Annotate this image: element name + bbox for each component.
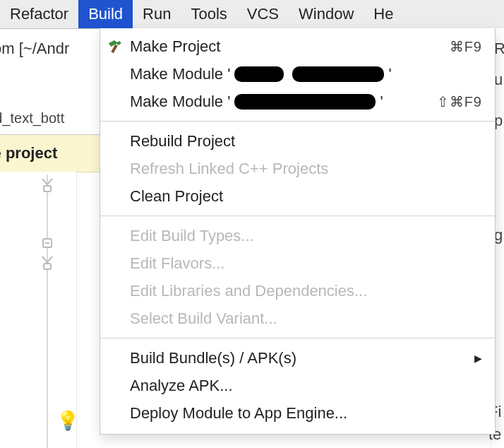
menu-item-label: Make Module ' '	[130, 65, 482, 83]
menu-refactor[interactable]: Refactor	[0, 0, 78, 28]
menu-build[interactable]: Build	[78, 0, 133, 28]
menu-separator	[100, 216, 495, 216]
menubar: Refactor Build Run Tools VCS Window He	[0, 0, 504, 29]
menu-item-label: Edit Libraries and Dependencies...	[130, 282, 482, 300]
menu-item-clean-project[interactable]: Clean Project	[100, 182, 495, 210]
menu-item-label: Analyze APK...	[130, 377, 482, 395]
menu-item-shortcut: ⌘F9	[450, 38, 482, 55]
menu-item-label: Edit Flavors...	[130, 254, 482, 273]
menu-item-select-variant: Select Build Variant...	[100, 305, 495, 332]
editor-tab-cropped[interactable]: und_text_bott	[0, 110, 64, 126]
menu-item-label: Deploy Module to App Engine...	[130, 404, 482, 423]
svg-rect-3	[44, 264, 51, 269]
label-suffix: '	[380, 93, 383, 111]
menu-item-make-project[interactable]: Make Project ⌘F9	[100, 33, 495, 60]
menu-item-label: Rebuild Project	[130, 132, 482, 151]
menu-label: Build	[88, 5, 123, 23]
gutter-fold-line	[47, 175, 48, 448]
redacted-text	[234, 94, 376, 110]
editor-gutter	[0, 172, 77, 448]
menu-label: Run	[143, 5, 171, 23]
menu-label: VCS	[247, 5, 279, 23]
menu-label: He	[373, 5, 393, 23]
menu-item-label: Build Bundle(s) / APK(s)	[130, 349, 466, 367]
menu-item-edit-libs: Edit Libraries and Dependencies...	[100, 277, 495, 305]
redacted-text	[292, 66, 384, 82]
menu-tools[interactable]: Tools	[181, 0, 236, 28]
fold-marker-icon[interactable]	[40, 255, 55, 271]
menu-label: Refactor	[10, 5, 68, 23]
menu-item-label: Edit Build Types...	[130, 227, 482, 245]
menu-label: Tools	[191, 5, 227, 23]
edge-char: R	[494, 40, 504, 58]
hammer-icon	[100, 37, 130, 56]
menu-item-deploy-appengine[interactable]: Deploy Module to App Engine...	[100, 399, 495, 427]
redacted-text	[234, 66, 284, 82]
menu-item-analyze-apk[interactable]: Analyze APK...	[100, 372, 495, 399]
menu-item-edit-build-types: Edit Build Types...	[100, 222, 495, 249]
build-menu-dropdown: Make Project ⌘F9 Make Module ' ' Make Mo…	[100, 28, 496, 435]
menu-item-label: Make Module ' '	[130, 93, 437, 111]
menu-item-make-module-1[interactable]: Make Module ' '	[100, 60, 495, 88]
svg-rect-0	[44, 186, 51, 191]
gradle-banner-text: dle project	[0, 144, 57, 163]
menu-separator	[100, 338, 495, 338]
menu-item-refresh-cpp: Refresh Linked C++ Projects	[100, 155, 495, 182]
menu-item-rebuild-project[interactable]: Rebuild Project	[100, 127, 495, 155]
menu-item-edit-flavors: Edit Flavors...	[100, 249, 495, 277]
menu-item-label: Clean Project	[130, 187, 482, 206]
fold-collapse-icon[interactable]	[40, 235, 55, 251]
menu-item-label: Make Project	[130, 37, 450, 56]
submenu-arrow-icon: ▶	[474, 353, 482, 364]
menu-label: Window	[299, 5, 354, 23]
menu-separator	[100, 121, 495, 122]
label-prefix: Make Module '	[130, 65, 230, 83]
menu-item-shortcut: ⇧⌘F9	[437, 93, 482, 110]
menu-item-label: Refresh Linked C++ Projects	[130, 160, 482, 178]
menu-run[interactable]: Run	[133, 0, 181, 28]
menu-help-cropped[interactable]: He	[364, 0, 403, 28]
project-path-cropped: om [~/Andr	[0, 40, 69, 58]
menu-window[interactable]: Window	[289, 0, 364, 28]
intention-bulb-icon[interactable]: 💡	[56, 411, 79, 430]
fold-marker-icon[interactable]	[40, 177, 55, 193]
menu-item-label: Select Build Variant...	[130, 310, 482, 328]
label-suffix: '	[388, 65, 391, 83]
menu-vcs[interactable]: VCS	[237, 0, 289, 28]
menu-item-make-module-2[interactable]: Make Module ' ' ⇧⌘F9	[100, 88, 495, 115]
label-prefix: Make Module '	[130, 93, 230, 111]
menu-item-build-bundle-apk[interactable]: Build Bundle(s) / APK(s) ▶	[100, 344, 495, 372]
